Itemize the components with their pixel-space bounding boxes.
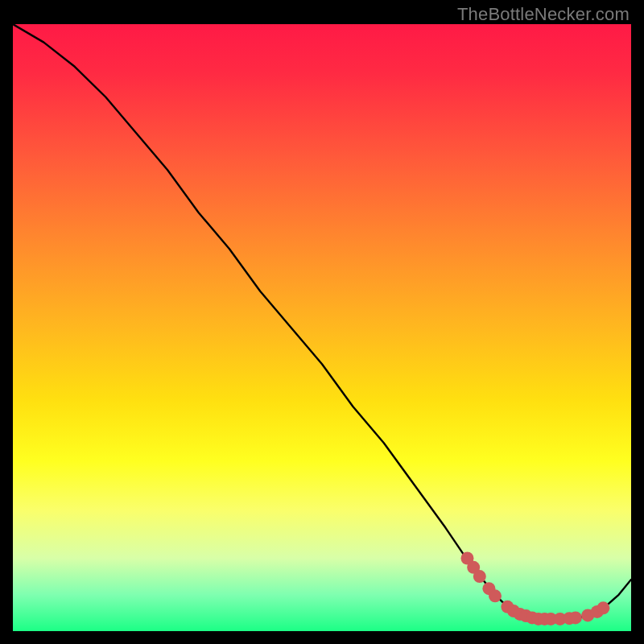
chart-svg — [13, 24, 631, 631]
plot-area — [13, 24, 631, 631]
data-point — [569, 611, 582, 624]
data-point — [473, 570, 486, 583]
data-point — [489, 589, 502, 602]
data-points — [461, 552, 610, 625]
attribution-text: TheBottleNecker.com — [457, 4, 630, 25]
bottleneck-curve — [13, 24, 631, 619]
data-point — [597, 601, 609, 614]
chart-frame: TheBottleNecker.com — [0, 0, 644, 644]
